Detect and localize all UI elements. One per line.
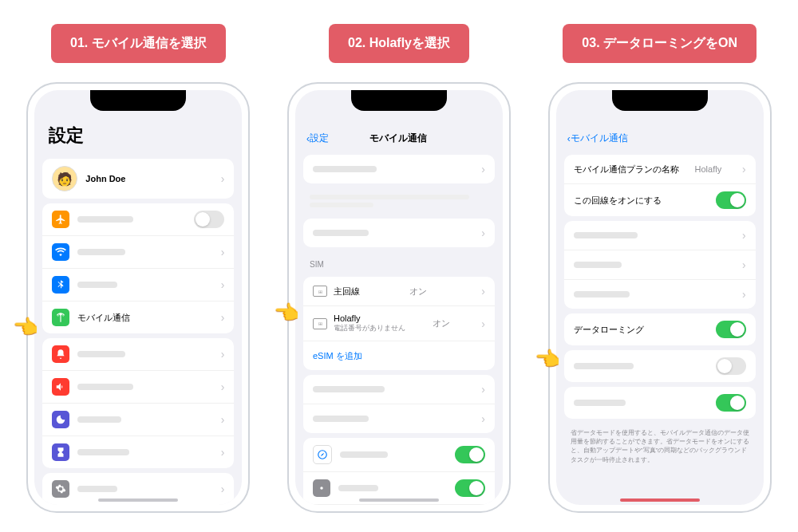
pointer-hand-icon: 👉	[275, 301, 300, 325]
toggle-airplane[interactable]	[194, 211, 224, 228]
settings-row-wifi[interactable]: ›	[42, 236, 234, 269]
plan-name-value: Holafly	[695, 164, 722, 174]
sound-icon	[52, 378, 69, 396]
app-data-row[interactable]	[303, 438, 495, 472]
generic-row[interactable]: ›	[564, 250, 756, 280]
notch	[351, 90, 447, 111]
back-button[interactable]: ‹ 設定	[306, 132, 329, 145]
holafly-label: Holafly	[334, 313, 405, 323]
holafly-status: オン	[433, 317, 450, 329]
plan-name-row[interactable]: モバイル通信プランの名称 Holafly ›	[564, 155, 756, 184]
phone-frame-1: 👉 設定 🧑 John Doe › ›	[26, 82, 250, 513]
back-button[interactable]: ‹ モバイル通信	[567, 132, 628, 145]
notch	[612, 90, 708, 111]
settings-row-bluetooth[interactable]: ›	[42, 269, 234, 301]
cellular-label: モバイル通信	[77, 312, 130, 324]
notch	[90, 90, 186, 111]
phone-frame-3: 👉 ‹ モバイル通信 モバイル通信プランの名称 Holafly › この回線をオ…	[548, 82, 772, 513]
moon-icon	[52, 411, 69, 428]
settings-title: 設定	[34, 124, 242, 154]
generic-row[interactable]	[564, 350, 756, 382]
pointer-hand-icon: 👉	[14, 315, 39, 340]
wifi-icon	[52, 243, 69, 261]
settings-app-icon	[313, 479, 330, 497]
toggle-enable-line[interactable]	[716, 191, 746, 209]
toggle[interactable]	[455, 446, 485, 463]
settings-row-airplane[interactable]	[42, 203, 234, 236]
holafly-sub: 電話番号がありません	[334, 323, 405, 333]
gear-icon	[52, 480, 69, 498]
roaming-label: データローミング	[574, 324, 644, 336]
svg-point-3	[320, 487, 323, 490]
settings-row-focus[interactable]: ›	[42, 404, 234, 436]
hourglass-icon	[52, 443, 69, 461]
step-badge-1: 01. モバイル通信を選択	[51, 24, 226, 63]
primary-line-label: 主回線	[334, 286, 360, 298]
bluetooth-icon	[52, 276, 69, 294]
generic-row[interactable]: ›	[303, 404, 495, 433]
generic-row[interactable]: ›	[303, 375, 495, 404]
sim-icon: ⊞	[313, 286, 327, 297]
chevron-right-icon: ›	[742, 163, 746, 175]
enable-line-row[interactable]: この回線をオンにする	[564, 184, 756, 216]
holafly-line-row[interactable]: ⊞ Holafly 電話番号がありません オン ›	[303, 306, 495, 341]
safari-icon	[313, 445, 332, 464]
settings-row-cellular[interactable]: モバイル通信 ›	[42, 301, 234, 333]
sim-section-label: SIM	[295, 252, 503, 272]
step-badge-2: 02. Holaflyを選択	[329, 24, 469, 63]
nav-title: モバイル通信	[329, 132, 468, 145]
home-indicator	[98, 499, 178, 502]
toggle[interactable]	[716, 394, 746, 412]
chevron-right-icon: ›	[221, 311, 225, 324]
generic-row[interactable]: ›	[564, 280, 756, 309]
phone-frame-2: 👉 ‹ 設定 モバイル通信 › › SIM ⊞ 主回線 オ	[287, 82, 511, 513]
chevron-right-icon: ›	[221, 246, 225, 258]
pointer-hand-icon: 👉	[535, 347, 561, 372]
primary-status: オン	[409, 286, 427, 298]
footer-note: 省データモードを使用すると、モバイルデータ通信のデータ使用量を節約することができ…	[556, 424, 764, 469]
chevron-right-icon: ›	[221, 278, 225, 291]
add-esim-link[interactable]: eSIM を追加	[313, 350, 362, 362]
generic-row[interactable]	[564, 387, 756, 419]
chevron-right-icon: ›	[481, 285, 485, 298]
toggle-data-roaming[interactable]	[716, 321, 746, 338]
enable-line-label: この回線をオンにする	[574, 195, 662, 207]
toggle[interactable]	[455, 479, 485, 497]
profile-name: John Doe	[85, 174, 125, 183]
profile-row[interactable]: 🧑 John Doe ›	[42, 159, 234, 199]
notification-icon	[52, 345, 69, 363]
settings-row-sound[interactable]: ›	[42, 371, 234, 404]
plan-name-label: モバイル通信プランの名称	[574, 164, 679, 175]
add-esim-row[interactable]: eSIM を追加	[303, 341, 495, 370]
chevron-right-icon: ›	[221, 172, 225, 185]
sim-icon: ⊞	[313, 318, 327, 329]
data-roaming-row[interactable]: データローミング	[564, 313, 756, 345]
settings-row-notifications[interactable]: ›	[42, 338, 234, 371]
generic-row[interactable]: ›	[303, 155, 495, 183]
home-indicator	[359, 499, 439, 502]
step-badge-3: 03. データローミングをON	[563, 24, 757, 63]
settings-row-screentime[interactable]: ›	[42, 436, 234, 468]
toggle[interactable]	[716, 357, 746, 375]
avatar-icon: 🧑	[52, 166, 77, 191]
generic-row[interactable]: ›	[303, 219, 495, 247]
airplane-icon	[52, 211, 69, 228]
chevron-right-icon: ›	[481, 317, 485, 330]
primary-line-row[interactable]: ⊞ 主回線 オン ›	[303, 277, 495, 306]
home-indicator	[620, 499, 700, 502]
generic-row[interactable]: ›	[564, 221, 756, 250]
antenna-icon	[52, 309, 69, 326]
